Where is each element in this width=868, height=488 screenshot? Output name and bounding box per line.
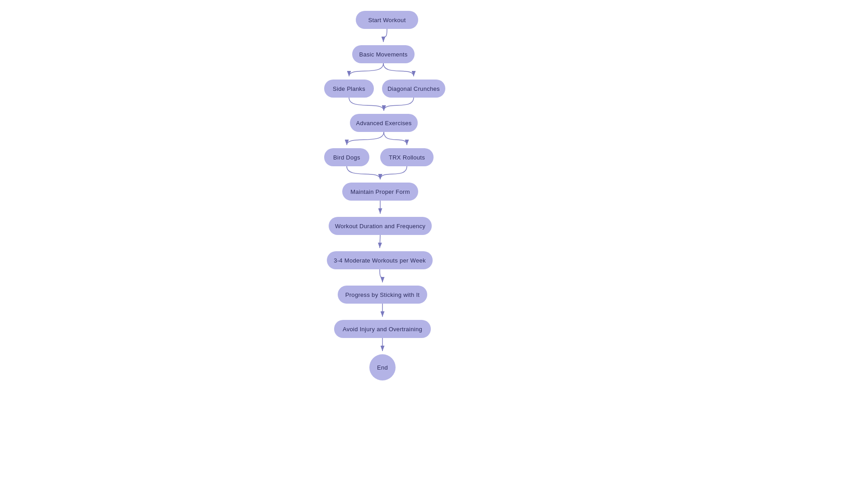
- arrow-trx-rollouts-to-maintain-proper-form: [380, 166, 407, 179]
- workout-duration-node: Workout Duration and Frequency: [329, 217, 432, 235]
- trx-rollouts-node: TRX Rollouts: [380, 148, 434, 166]
- start-workout-node: Start Workout: [356, 11, 418, 29]
- flowchart-container: Start WorkoutBasic MovementsSide PlanksD…: [0, 0, 868, 488]
- arrow-basic-movements-to-side-planks: [349, 63, 383, 76]
- advanced-exercises-node: Advanced Exercises: [350, 114, 418, 132]
- avoid-injury-node: Avoid Injury and Overtraining: [334, 320, 431, 338]
- basic-movements-node: Basic Movements: [352, 45, 415, 63]
- arrow-start-workout-to-basic-movements: [383, 29, 387, 42]
- arrow-side-planks-to-advanced-exercises: [349, 98, 384, 111]
- arrow-advanced-exercises-to-bird-dogs: [347, 132, 384, 145]
- arrow-basic-movements-to-diagonal-crunches: [383, 63, 414, 76]
- maintain-proper-form-node: Maintain Proper Form: [342, 183, 418, 201]
- arrow-advanced-exercises-to-trx-rollouts: [384, 132, 407, 145]
- arrow-bird-dogs-to-maintain-proper-form: [347, 166, 380, 179]
- end-node: End: [369, 354, 396, 380]
- arrow-diagonal-crunches-to-advanced-exercises: [384, 98, 414, 111]
- diagonal-crunches-node: Diagonal Crunches: [382, 80, 445, 98]
- arrow-moderate-workouts-to-progress-sticking: [380, 269, 382, 282]
- moderate-workouts-node: 3-4 Moderate Workouts per Week: [327, 251, 433, 269]
- progress-sticking-node: Progress by Sticking with It: [338, 286, 427, 304]
- bird-dogs-node: Bird Dogs: [324, 148, 369, 166]
- flowchart-svg: [0, 0, 868, 488]
- arrow-workout-duration-to-moderate-workouts: [380, 235, 380, 248]
- side-planks-node: Side Planks: [324, 80, 374, 98]
